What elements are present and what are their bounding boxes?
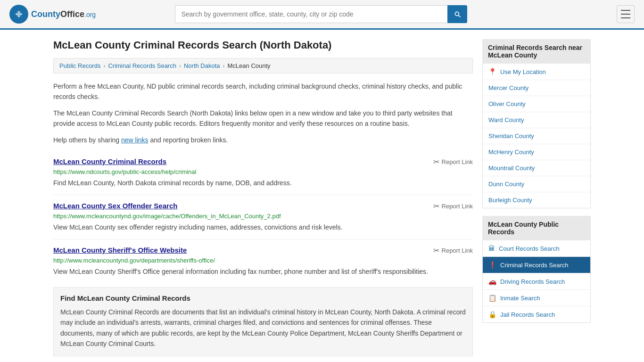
search-bar <box>175 5 467 23</box>
site-header: CountyOffice.org <box>0 0 644 30</box>
resource-url-2: http://www.mcleancountynd.gov/department… <box>53 257 473 264</box>
find-section: Find McLean County Criminal Records McLe… <box>53 287 473 356</box>
resource-link-2[interactable]: McLean County Sheriff's Office Website <box>53 246 187 254</box>
pr-item-0[interactable]: 🏛 Court Records Search <box>483 240 590 257</box>
public-records-header: McLean County Public Records <box>482 216 591 240</box>
resource-desc-1: View McLean County sex offender registry… <box>53 222 473 232</box>
resource-link-1[interactable]: McLean County Sex Offender Search <box>53 202 177 210</box>
jail-icon: 🔒 <box>488 311 496 318</box>
resource-title-2: McLean County Sheriff's Office Website <box>53 246 187 254</box>
breadcrumb-criminal-records[interactable]: Criminal Records Search <box>108 62 176 69</box>
pr-item-3[interactable]: 📋 Inmate Search <box>483 290 590 306</box>
breadcrumb-public-records[interactable]: Public Records <box>59 62 100 69</box>
pr-item-2[interactable]: 🚗 Driving Records Search <box>483 273 590 290</box>
page-title: McLean County Criminal Records Search (N… <box>53 39 473 51</box>
pr-item-4[interactable]: 🔒 Jail Records Search <box>483 306 590 322</box>
breadcrumb: Public Records › Criminal Records Search… <box>53 58 473 74</box>
nearby-county-2[interactable]: Ward County <box>483 112 590 128</box>
report-icon-0: ✂ <box>433 157 439 166</box>
search-button[interactable] <box>447 5 467 23</box>
desc-p3: Help others by sharing new links and rep… <box>53 135 473 145</box>
report-link-2[interactable]: ✂ Report Link <box>433 246 473 255</box>
resource-title-0: McLean County Criminal Records <box>53 157 166 165</box>
pr-item-1[interactable]: ❗ Criminal Records Search <box>483 257 590 273</box>
public-records-list: 🏛 Court Records Search ❗ Criminal Record… <box>482 240 591 323</box>
resource-item-2: McLean County Sheriff's Office Website ✂… <box>53 239 473 283</box>
new-links-link[interactable]: new links <box>121 136 149 144</box>
resource-desc-0: Find McLean County, North Dakota crimina… <box>53 178 473 188</box>
driving-icon: 🚗 <box>488 278 496 285</box>
resource-url-1: https://www.mcleancountynd.gov/image/cac… <box>53 213 473 220</box>
description-section: Perform a free McLean County, ND public … <box>53 81 473 145</box>
menu-button[interactable] <box>617 5 635 23</box>
nearby-county-7[interactable]: Burleigh County <box>483 192 590 208</box>
court-icon: 🏛 <box>488 245 495 252</box>
resource-item-0: McLean County Criminal Records ✂ Report … <box>53 151 473 195</box>
logo-icon <box>9 5 28 24</box>
nearby-list: 📍 Use My Location Mercer County Oliver C… <box>482 64 591 208</box>
nearby-county-1[interactable]: Oliver County <box>483 96 590 112</box>
criminal-icon: ❗ <box>488 261 496 269</box>
breadcrumb-current: McLean County <box>228 62 271 69</box>
resource-desc-2: View McLean County Sheriff's Office gene… <box>53 267 473 277</box>
use-my-location-link[interactable]: 📍 Use My Location <box>483 64 590 80</box>
main-container: McLean County Criminal Records Search (N… <box>44 30 600 362</box>
resource-url-0: https://www.ndcourts.gov/public-access/h… <box>53 168 473 175</box>
report-icon-2: ✂ <box>433 246 439 255</box>
report-link-0[interactable]: ✂ Report Link <box>433 157 473 166</box>
nearby-section: Criminal Records Search near McLean Coun… <box>482 39 591 208</box>
report-link-1[interactable]: ✂ Report Link <box>433 202 473 211</box>
inmate-icon: 📋 <box>488 294 496 302</box>
public-records-section: McLean County Public Records 🏛 Court Rec… <box>482 216 591 323</box>
resource-list: McLean County Criminal Records ✂ Report … <box>53 151 473 283</box>
resource-link-0[interactable]: McLean County Criminal Records <box>53 157 166 165</box>
logo-text: CountyOffice.org <box>31 9 96 19</box>
content-area: McLean County Criminal Records Search (N… <box>53 39 473 356</box>
nearby-county-6[interactable]: Dunn County <box>483 176 590 192</box>
search-input[interactable] <box>175 5 447 23</box>
find-section-title: Find McLean County Criminal Records <box>60 294 466 302</box>
desc-p2: The McLean County Criminal Records Searc… <box>53 108 473 129</box>
breadcrumb-north-dakota[interactable]: North Dakota <box>184 62 220 69</box>
resource-title-1: McLean County Sex Offender Search <box>53 202 177 210</box>
report-icon-1: ✂ <box>433 202 439 211</box>
nearby-county-5[interactable]: Mountrail County <box>483 160 590 176</box>
nearby-county-3[interactable]: Sheridan County <box>483 128 590 144</box>
logo[interactable]: CountyOffice.org <box>9 5 96 24</box>
desc-p1: Perform a free McLean County, ND public … <box>53 81 473 102</box>
nearby-county-4[interactable]: McHenry County <box>483 144 590 160</box>
resource-item-1: McLean County Sex Offender Search ✂ Repo… <box>53 195 473 239</box>
location-pin-icon: 📍 <box>488 68 496 75</box>
use-my-location-item[interactable]: 📍 Use My Location <box>483 64 590 80</box>
sidebar: Criminal Records Search near McLean Coun… <box>482 39 591 356</box>
nearby-header: Criminal Records Search near McLean Coun… <box>482 39 591 64</box>
nearby-county-0[interactable]: Mercer County <box>483 80 590 96</box>
find-section-desc: McLean County Criminal Records are docum… <box>60 307 466 349</box>
